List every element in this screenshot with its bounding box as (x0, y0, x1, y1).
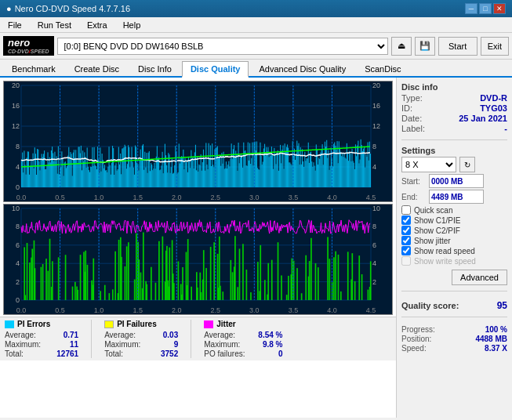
disc-type-value: DVD-R (480, 93, 507, 103)
pi-failures-header: PI Failures (104, 320, 178, 328)
settings-section: Settings 8 X ↻ Start: End: Quick scan (401, 146, 507, 285)
jitter-avg-value: 8.54 % (252, 331, 283, 339)
refresh-button[interactable]: ↻ (459, 157, 475, 172)
menu-help[interactable]: Help (118, 19, 146, 31)
pi-failures-total-row: Total: 3752 (104, 349, 178, 358)
disc-date-value: 25 Jan 2021 (459, 114, 507, 123)
show-read-row: Show read speed (401, 246, 507, 255)
pi-errors-max-row: Maximum: 11 (5, 340, 78, 349)
tab-disc-info[interactable]: Disc Info (129, 61, 180, 76)
tab-create-disc[interactable]: Create Disc (66, 61, 128, 76)
quick-scan-label: Quick scan (414, 206, 452, 215)
menu-extra[interactable]: Extra (82, 19, 112, 31)
minimize-button[interactable]: ─ (465, 3, 478, 14)
quality-score-value: 95 (497, 300, 507, 311)
drive-select[interactable]: [0:0] BENQ DVD DD DW1640 BSLB (57, 38, 388, 55)
position-row: Position: 4488 MB (401, 335, 507, 343)
jitter-po-label: PO failures: (204, 349, 245, 358)
show-c1pie-checkbox[interactable] (401, 215, 411, 225)
title-bar-title: ● Nero CD-DVD Speed 4.7.7.16 (6, 4, 130, 13)
title-bar: ● Nero CD-DVD Speed 4.7.7.16 ─ □ ✕ (0, 0, 512, 17)
pi-failures-max-row: Maximum: 9 (104, 340, 178, 349)
show-write-label: Show write speed (414, 257, 476, 266)
advanced-button[interactable]: Advanced (452, 270, 507, 285)
right-panel: Disc info Type: DVD-R ID: TYG03 Date: 25… (396, 78, 512, 418)
chart-pie (3, 81, 393, 202)
show-c1pie-row: Show C1/PIE (401, 215, 507, 225)
show-c2pif-row: Show C2/PIF (401, 226, 507, 235)
speed-select[interactable]: 8 X (401, 157, 456, 172)
tab-advanced-disc-quality[interactable]: Advanced Disc Quality (250, 61, 354, 76)
jitter-avg-label: Average: (204, 331, 235, 339)
quality-score-label: Quality score: (401, 301, 459, 310)
chart-pif (3, 204, 393, 315)
menu-bar: File Run Test Extra Help (0, 17, 512, 33)
pi-failures-label: PI Failures (117, 320, 157, 328)
pi-errors-stats: PI Errors Average: 0.71 Maximum: 11 Tota… (5, 320, 78, 358)
pi-failures-stats: PI Failures Average: 0.03 Maximum: 9 Tot… (104, 320, 178, 358)
app-title: Nero CD-DVD Speed 4.7.7.16 (15, 4, 130, 13)
disc-label-row: Label: - (401, 124, 507, 133)
speed-row: 8 X ↻ (401, 157, 507, 172)
show-write-row: Show write speed (401, 256, 507, 266)
show-write-checkbox[interactable] (401, 256, 411, 266)
divider-quality-progress (401, 317, 507, 317)
start-button[interactable]: Start (438, 37, 478, 56)
settings-title: Settings (401, 146, 507, 155)
pi-failures-total-label: Total: (104, 349, 123, 358)
pi-failures-avg-row: Average: 0.03 (104, 331, 178, 339)
menu-file[interactable]: File (3, 19, 27, 31)
eject-button[interactable]: ⏏ (391, 37, 412, 56)
jitter-stats: Jitter Average: 8.54 % Maximum: 9.8 % PO… (204, 320, 282, 358)
disc-info-title: Disc info (401, 82, 507, 92)
disc-type-label: Type: (401, 93, 423, 103)
pi-errors-total-row: Total: 12761 (5, 349, 78, 358)
quick-scan-checkbox[interactable] (401, 205, 411, 215)
pi-errors-max-value: 11 (47, 340, 78, 349)
tabs: Benchmark Create Disc Disc Info Disc Qua… (0, 60, 512, 78)
nero-logo: nero CD·DVD/SPEED (3, 36, 54, 56)
maximize-button[interactable]: □ (479, 3, 492, 14)
end-mb-label: End: (401, 193, 429, 201)
pi-errors-legend (5, 320, 14, 328)
show-jitter-checkbox[interactable] (401, 236, 411, 245)
pi-failures-total-value: 3752 (147, 349, 178, 358)
progress-section: Progress: 100 % Position: 4488 MB Speed:… (401, 324, 507, 353)
end-mb-input[interactable] (429, 190, 484, 204)
divider2 (191, 320, 191, 358)
show-c2pif-label: Show C2/PIF (414, 226, 460, 235)
show-jitter-label: Show jitter (414, 237, 451, 245)
save-button[interactable]: 💾 (415, 37, 435, 56)
pi-failures-max-value: 9 (147, 340, 178, 349)
pi-failures-max-label: Maximum: (104, 340, 140, 349)
exit-button[interactable]: Exit (481, 37, 509, 56)
start-mb-input[interactable] (429, 174, 484, 188)
show-c2pif-checkbox[interactable] (401, 226, 411, 235)
pi-errors-header: PI Errors (5, 320, 78, 328)
jitter-label: Jitter (216, 320, 235, 328)
progress-row: Progress: 100 % (401, 325, 507, 334)
jitter-po-value: 0 (252, 349, 283, 358)
pi-failures-avg-value: 0.03 (147, 331, 178, 339)
disc-type-row: Type: DVD-R (401, 93, 507, 103)
position-value: 4488 MB (475, 335, 507, 343)
menu-run-test[interactable]: Run Test (33, 19, 76, 31)
stats-bar: PI Errors Average: 0.71 Maximum: 11 Tota… (0, 317, 396, 360)
tab-disc-quality[interactable]: Disc Quality (182, 61, 249, 78)
jitter-max-label: Maximum: (204, 340, 240, 349)
title-bar-controls: ─ □ ✕ (465, 3, 506, 14)
speed-value: 8.37 X (485, 344, 507, 353)
app-icon: ● (6, 4, 12, 13)
pi-errors-label: PI Errors (17, 320, 50, 328)
progress-value: 100 % (485, 325, 507, 334)
pi-errors-total-value: 12761 (47, 349, 78, 358)
speed-label: Speed: (401, 344, 427, 353)
tab-benchmark[interactable]: Benchmark (3, 61, 64, 76)
jitter-header: Jitter (204, 320, 282, 328)
close-button[interactable]: ✕ (493, 3, 506, 14)
tab-scan-disc[interactable]: ScanDisc (356, 61, 409, 76)
start-mb-row: Start: (401, 174, 507, 188)
show-read-checkbox[interactable] (401, 246, 411, 255)
disc-date-label: Date: (401, 114, 422, 123)
pi-errors-total-label: Total: (5, 349, 24, 358)
